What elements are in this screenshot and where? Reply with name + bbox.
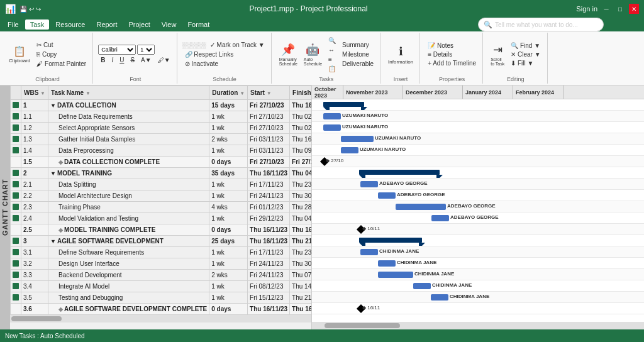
milestone-button[interactable]: Milestone [340, 50, 376, 58]
task-bar[interactable] [413, 283, 431, 289]
information-button[interactable]: ℹ Information [386, 43, 416, 66]
cut-button[interactable]: ✂ Cut [34, 41, 89, 49]
table-row[interactable]: 3▼AGILE SOFTWARE DEVELOPMENT25 daysThu 1… [11, 236, 313, 247]
gantt-chart-label: GANTT CHART [0, 86, 10, 329]
menu-format[interactable]: Format [182, 19, 214, 30]
maximize-button[interactable]: □ [615, 4, 625, 14]
col-header-name[interactable]: Task Name ▼ [48, 86, 209, 100]
start-cell: Fri 03/11/23 [248, 134, 290, 145]
table-row[interactable]: 3.3Backend Development2 wksFri 24/11/23T… [11, 270, 313, 281]
move-button[interactable]: ↔ [326, 46, 338, 54]
table-row[interactable]: 3.4Integrate AI Model1 wkFri 08/12/23Thu… [11, 281, 313, 292]
editing-controls: ⇥ Scrollto Task 🔍 Find ▼ ✕ Clear ▼ ⬇ Fil… [488, 34, 543, 75]
clear-button[interactable]: ✕ Clear ▼ [508, 50, 543, 58]
fill-button[interactable]: ⬇ Fill ▼ [508, 59, 543, 67]
task-bar[interactable] [341, 147, 358, 153]
finish-cell: Thu 04/01/24 [290, 213, 312, 224]
wbs-cell: 2.2 [21, 190, 48, 202]
bold-button[interactable]: B [98, 56, 108, 64]
table-row[interactable]: 1.1Define Data Requirements1 wkFri 27/10… [11, 111, 313, 123]
minimize-button[interactable]: ─ [601, 4, 611, 14]
table-row[interactable]: 3.5Testing and Debugging1 wkFri 15/12/23… [11, 292, 313, 304]
task-bar[interactable] [360, 181, 378, 187]
highlight-button[interactable]: 🖊▼ [155, 56, 173, 64]
menu-file[interactable]: File [3, 19, 24, 30]
table-row[interactable]: 2.5◆MODEL TRAINING COMPLETE0 daysThu 16/… [11, 224, 313, 236]
editing-label: Editing [507, 76, 525, 82]
table-row[interactable]: 2▼MODEL TRAINING35 daysThu 16/11/23Thu 0… [11, 168, 313, 179]
duration-cell: 1 wk [209, 123, 248, 134]
mode-cell [11, 111, 21, 123]
manually-schedule-button[interactable]: 📌 ManuallySchedule [277, 41, 300, 67]
gantt-scrollbar-thumb[interactable] [325, 323, 400, 328]
underline-button[interactable]: U [117, 56, 126, 64]
task-bar[interactable] [341, 136, 374, 142]
menu-task[interactable]: Task [25, 19, 50, 30]
table-scrollbar-thumb[interactable] [11, 316, 62, 321]
find-button[interactable]: 🔍 Find ▼ [508, 41, 543, 50]
table-row[interactable]: 1▼DATA COLLECTION15 daysFri 27/10/23Thu … [11, 100, 313, 111]
summary-button[interactable]: Summary [340, 41, 376, 49]
table-row[interactable]: 2.1Data Splitting1 wkFri 17/11/23Thu 23/… [11, 179, 313, 190]
task-bar[interactable] [431, 215, 449, 221]
notes-button[interactable]: 📝 Notes [425, 41, 479, 50]
task-name-cell: Training Phase [48, 202, 209, 213]
start-cell: Fri 17/11/23 [248, 179, 290, 190]
table-scrollbar-h[interactable] [10, 315, 311, 323]
deliverable-button[interactable]: Deliverable [340, 60, 376, 68]
task-bar[interactable] [431, 294, 448, 301]
mark-on-track-button[interactable]: ✓ Mark on Track ▼ [208, 41, 267, 49]
col-header-duration[interactable]: Duration ▼ [209, 86, 248, 100]
format-painter-button[interactable]: 🖌 Format Painter [34, 60, 89, 68]
italic-button[interactable]: I [109, 56, 116, 64]
table-row[interactable]: 3.2Design User Interface1 wkFri 24/11/23… [11, 258, 313, 270]
add-to-timeline-button[interactable]: + Add to Timeline [425, 59, 479, 67]
task-bar[interactable] [323, 124, 341, 131]
menu-project[interactable]: Project [123, 19, 155, 30]
task-bar[interactable] [396, 204, 446, 210]
mode-button[interactable]: ≡ [326, 55, 338, 63]
col-header-start[interactable]: Start ▼ [248, 86, 290, 100]
details-button[interactable]: ≡ Details [425, 50, 479, 58]
inspect-button[interactable]: 🔍 [326, 36, 338, 45]
font-color-button[interactable]: A▼ [138, 56, 154, 64]
scroll-to-task-button[interactable]: ⇥ Scrollto Task [488, 41, 507, 67]
menu-view[interactable]: View [157, 19, 182, 30]
task-bar[interactable] [378, 260, 396, 267]
task-bar[interactable] [378, 192, 396, 199]
sign-in-link[interactable]: Sign in [576, 5, 597, 13]
table-row[interactable]: 3.6◆AGILE SOFTWARE DEVELOPMENT COMPLETE0… [11, 304, 313, 315]
search-icon: 🔍 [484, 21, 492, 29]
font-family-select[interactable]: Calibri [98, 45, 136, 55]
col-header-wbs[interactable]: WBS ▼ [21, 86, 48, 100]
close-button[interactable]: ✕ [629, 4, 639, 14]
table-row[interactable]: 2.4Model Validation and Testing1 wkFri 2… [11, 213, 313, 224]
menu-report[interactable]: Report [91, 19, 122, 30]
task-button[interactable]: 📋 [326, 65, 338, 73]
duration-cell: 15 days [209, 100, 248, 111]
ribbon-search-box[interactable]: 🔍 Tell me what you want to do... [478, 18, 604, 31]
font-size-select[interactable]: 11 [137, 45, 155, 55]
auto-schedule-button[interactable]: 🤖 AutoSchedule [301, 41, 325, 67]
gantt-scrollbar-h[interactable] [312, 322, 644, 329]
table-row[interactable]: 1.4Data Preprocessing1 wkFri 03/11/23Thu… [11, 145, 313, 157]
paste-button[interactable]: 📋 Clipboard [6, 44, 33, 65]
task-bar[interactable] [378, 272, 413, 278]
inactivate-button[interactable]: ⊘ Inactivate [182, 60, 267, 68]
menu-resource[interactable]: Resource [50, 19, 90, 30]
table-row[interactable]: 1.3Gather Initial Data Samples2 wksFri 0… [11, 134, 313, 145]
strikethrough-button[interactable]: S [128, 56, 137, 64]
mode-cell [11, 202, 21, 213]
bar-resource-label: CHIDINMA JANE [432, 282, 472, 288]
respect-links-button[interactable]: 🔗 Respect Links [182, 50, 267, 58]
table-row[interactable]: 2.3Training Phase4 wksFri 01/12/23Thu 28… [11, 202, 313, 213]
table-row[interactable]: 1.5◆DATA COLLECTION COMPLETE0 daysFri 27… [11, 157, 313, 168]
table-row[interactable]: 2.2Model Architecture Design1 wkFri 24/1… [11, 190, 313, 202]
table-row[interactable]: 1.2Select Appropriate Sensors1 wkFri 27/… [11, 123, 313, 134]
copy-button[interactable]: ⎘ Copy [34, 50, 89, 58]
col-header-finish[interactable]: Finish ▼ [290, 86, 312, 100]
task-bar[interactable] [323, 113, 341, 119]
gantt-row: ◆ 16/11 [312, 303, 644, 314]
table-row[interactable]: 3.1Define Software Requirements1 wkFri 1… [11, 247, 313, 258]
task-bar[interactable] [360, 249, 378, 255]
